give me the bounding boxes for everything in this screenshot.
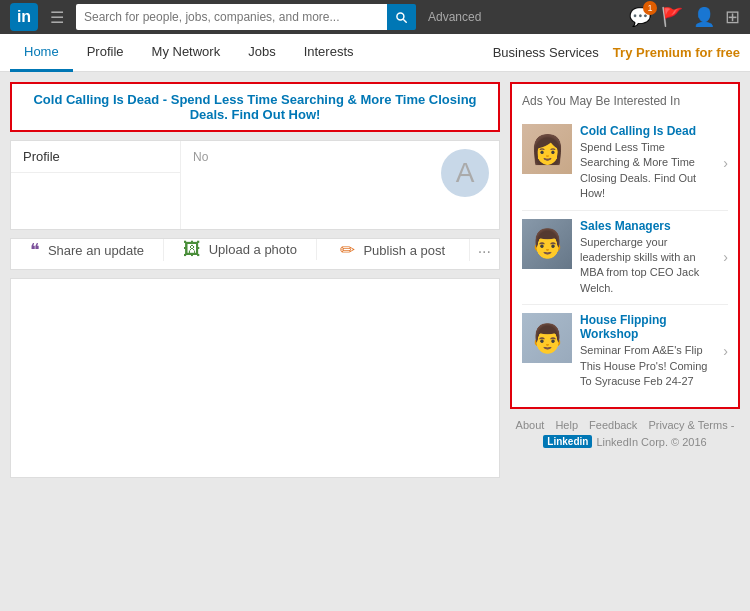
nav-item-mynetwork[interactable]: My Network (138, 34, 235, 72)
footer: About Help Feedback Privacy & Terms - Li… (510, 409, 740, 458)
profile-tab[interactable]: Profile (11, 141, 180, 173)
publish-post-label: Publish a post (363, 243, 445, 258)
content-area: Cold Calling Is Dead - Spend Less Time S… (0, 72, 750, 488)
ad-banner-link[interactable]: Cold Calling Is Dead - Spend Less Time S… (33, 92, 476, 122)
footer-links: About Help Feedback Privacy & Terms - (510, 419, 740, 431)
nav-item-profile[interactable]: Profile (73, 34, 138, 72)
ad-chevron-3: › (723, 343, 728, 359)
publish-post-button[interactable]: ✏ Publish a post (317, 239, 470, 261)
profile-icon[interactable]: 👤 (693, 6, 715, 28)
nav-item-interests[interactable]: Interests (290, 34, 368, 72)
footer-copyright: LinkedIn Corp. © 2016 (596, 436, 706, 448)
footer-about-link[interactable]: About (516, 419, 545, 431)
upload-photo-label: Upload a photo (209, 242, 297, 257)
ad-chevron-2: › (723, 249, 728, 265)
ad-heading-1: Cold Calling Is Dead (580, 124, 715, 138)
ad-content-2: Sales Managers Supercharge your leadersh… (580, 219, 715, 297)
linkedin-logo[interactable]: in (10, 3, 38, 31)
footer-privacy-link[interactable]: Privacy & Terms - (648, 419, 734, 431)
footer-logo: Linkedin LinkedIn Corp. © 2016 (543, 435, 706, 448)
ad-thumbnail-1: 👩 (522, 124, 572, 174)
search-bar-container (76, 4, 416, 30)
ad-content-3: House Flipping Workshop Seminar From A&E… (580, 313, 715, 389)
apps-icon[interactable]: ⊞ (725, 6, 740, 28)
ad-text-1: Spend Less Time Searching & More Time Cl… (580, 140, 715, 202)
footer-feedback-link[interactable]: Feedback (589, 419, 637, 431)
share-update-button[interactable]: ❝ Share an update (11, 239, 164, 261)
upload-photo-button[interactable]: 🖼 Upload a photo (164, 239, 317, 260)
profile-box-left: Profile (11, 141, 181, 229)
nav-icons: 💬 1 🚩 👤 ⊞ (629, 6, 740, 28)
right-column: Ads You May Be Interested In 👩 Cold Call… (510, 82, 740, 478)
search-button[interactable] (387, 4, 416, 30)
flag-icon[interactable]: 🚩 (661, 6, 683, 28)
business-services-link[interactable]: Business Services (493, 45, 599, 60)
action-buttons-row: ❝ Share an update 🖼 Upload a photo ✏ Pub… (10, 238, 500, 270)
ad-thumbnail-2: 👨 (522, 219, 572, 269)
ads-panel-title: Ads You May Be Interested In (522, 94, 728, 108)
publish-icon: ✏ (340, 239, 355, 261)
ads-panel: Ads You May Be Interested In 👩 Cold Call… (510, 82, 740, 409)
profile-box: Profile A No (10, 140, 500, 230)
profile-box-right: A No (181, 141, 499, 229)
ad-chevron-1: › (723, 155, 728, 171)
nav-item-home[interactable]: Home (10, 34, 73, 72)
ad-text-2: Supercharge your leadership skills with … (580, 235, 715, 297)
messages-badge: 1 (643, 1, 657, 15)
more-options-button[interactable]: ··· (470, 239, 499, 265)
advanced-search-link[interactable]: Advanced (428, 10, 481, 24)
ad-item-2[interactable]: 👨 Sales Managers Supercharge your leader… (522, 211, 728, 306)
profile-name: No (189, 146, 212, 168)
hamburger-icon[interactable]: ☰ (46, 4, 68, 31)
main-navigation: Home Profile My Network Jobs Interests B… (0, 34, 750, 72)
top-navigation: in ☰ Advanced 💬 1 🚩 👤 ⊞ (0, 0, 750, 34)
share-icon: ❝ (30, 239, 40, 261)
ad-item-1[interactable]: 👩 Cold Calling Is Dead Spend Less Time S… (522, 116, 728, 211)
ad-thumbnail-3: 👨 (522, 313, 572, 363)
ad-heading-2: Sales Managers (580, 219, 715, 233)
try-premium-link[interactable]: Try Premium for free (613, 45, 740, 60)
left-column: Cold Calling Is Dead - Spend Less Time S… (10, 82, 500, 478)
photo-icon: 🖼 (183, 239, 201, 260)
messages-icon[interactable]: 💬 1 (629, 6, 651, 28)
share-update-label: Share an update (48, 243, 144, 258)
ad-item-3[interactable]: 👨 House Flipping Workshop Seminar From A… (522, 305, 728, 397)
ad-text-3: Seminar From A&E's Flip This House Pro's… (580, 343, 715, 389)
post-area (10, 278, 500, 478)
ad-heading-3: House Flipping Workshop (580, 313, 715, 341)
search-input[interactable] (76, 4, 387, 30)
nav-item-jobs[interactable]: Jobs (234, 34, 289, 72)
linkedin-footer-logo: Linkedin (543, 435, 592, 448)
ad-banner: Cold Calling Is Dead - Spend Less Time S… (10, 82, 500, 132)
avatar-icon: A (456, 157, 475, 189)
footer-help-link[interactable]: Help (555, 419, 578, 431)
ad-content-1: Cold Calling Is Dead Spend Less Time Sea… (580, 124, 715, 202)
avatar: A (441, 149, 489, 197)
